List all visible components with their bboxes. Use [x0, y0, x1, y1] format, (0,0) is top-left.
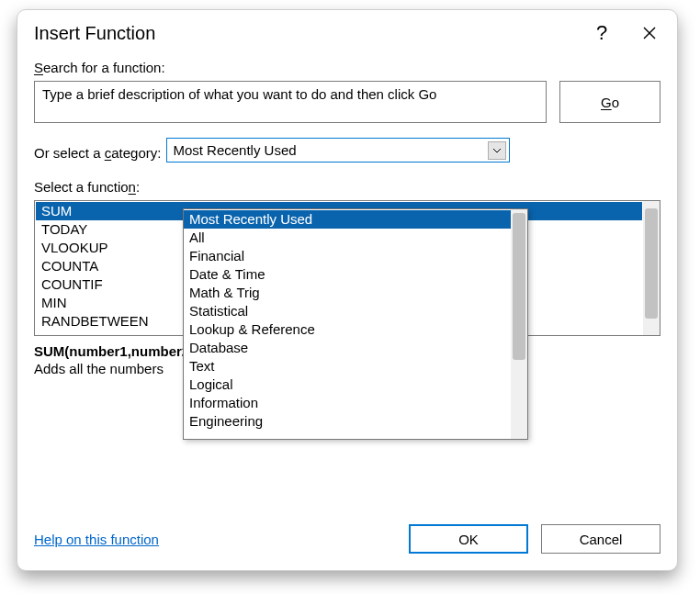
scrollbar[interactable]: [643, 201, 660, 335]
insert-function-dialog: Insert Function ? Search for a function:…: [17, 9, 678, 571]
scrollbar-thumb[interactable]: [513, 213, 525, 360]
category-option[interactable]: All: [184, 229, 511, 247]
category-option[interactable]: Date & Time: [184, 265, 511, 284]
select-function-label: Select a function:: [34, 179, 660, 195]
category-option[interactable]: Statistical: [184, 302, 511, 320]
category-dropdown-list[interactable]: Most Recently UsedAllFinancialDate & Tim…: [183, 208, 528, 440]
category-option[interactable]: Information: [184, 394, 511, 412]
cancel-button[interactable]: Cancel: [541, 524, 660, 554]
search-label: Search for a function:: [34, 60, 660, 75]
help-on-function-link[interactable]: Help on this function: [34, 532, 159, 547]
ok-button[interactable]: OK: [409, 524, 528, 554]
dialog-footer: Help on this function OK Cancel: [17, 524, 677, 570]
category-option[interactable]: Database: [184, 339, 511, 357]
chevron-down-icon: [488, 141, 506, 160]
close-icon: [643, 27, 656, 39]
help-button[interactable]: ?: [580, 19, 624, 47]
go-button[interactable]: Go: [559, 81, 660, 123]
dialog-title: Insert Function: [34, 23, 155, 44]
category-selected-value: Most Recently Used: [173, 142, 488, 158]
category-label: Or select a category:: [34, 145, 161, 161]
category-select[interactable]: Most Recently Used: [166, 138, 510, 163]
category-option[interactable]: Most Recently Used: [184, 210, 511, 229]
category-option[interactable]: Lookup & Reference: [184, 320, 511, 339]
dialog-body: Search for a function: Go Or select a ca…: [17, 50, 677, 524]
category-option[interactable]: Text: [184, 357, 511, 375]
category-option[interactable]: Logical: [184, 375, 511, 394]
search-input[interactable]: [34, 81, 547, 123]
scrollbar[interactable]: [511, 209, 527, 439]
scrollbar-thumb[interactable]: [645, 208, 658, 319]
category-option[interactable]: Financial: [184, 247, 511, 265]
category-option[interactable]: Engineering: [184, 412, 511, 431]
close-button[interactable]: [627, 19, 672, 47]
category-option[interactable]: Math & Trig: [184, 284, 511, 302]
titlebar: Insert Function ?: [17, 10, 677, 50]
